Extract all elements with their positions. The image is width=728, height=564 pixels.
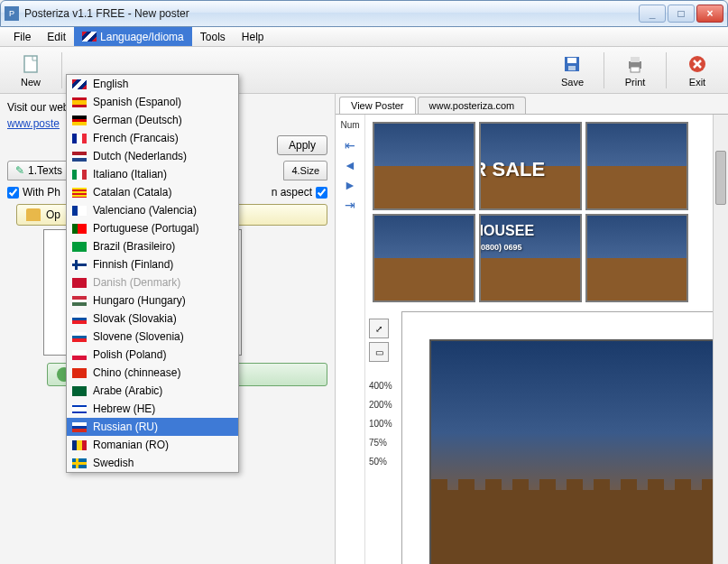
nav-next-button[interactable]: ► [341,177,359,193]
language-item-nl[interactable]: Dutch (Nederlands) [67,147,238,165]
language-item-dk: Danish (Denmark) [67,273,238,291]
with-photo-label: With Ph [23,186,60,199]
language-label: Dutch (Nederlands) [93,150,187,162]
exit-icon [687,53,708,75]
poster-tile[interactable]: HHOUSEE Tlfno. (0800) 0695 [479,214,582,302]
si-flag-icon [72,332,87,342]
es-flag-icon [72,97,87,107]
language-item-ar[interactable]: Arabe (Arabic) [67,382,238,400]
nl-flag-icon [72,152,87,162]
preview-area: FOR SALE HHOUSEE Tlfno. (0800) 0695 ⤢ ▭ … [364,115,728,564]
br-flag-icon [72,242,87,252]
menu-language[interactable]: Language/Idioma [74,27,192,46]
ca-flag-icon [72,188,87,198]
poster-tile[interactable] [585,122,688,210]
language-item-ro[interactable]: Romanian (RO) [67,436,238,454]
menu-edit[interactable]: Edit [39,27,74,46]
exit-label: Exit [689,77,705,88]
poster-tile[interactable] [373,214,475,302]
window-close-button[interactable]: × [696,5,723,23]
language-item-it[interactable]: Italiano (Italian) [67,165,238,183]
vertical-scrollbar[interactable] [713,115,728,564]
with-photo-checkbox[interactable] [7,187,19,199]
language-item-si[interactable]: Slovene (Slovenia) [67,328,238,346]
aspect-checkbox[interactable] [316,187,327,199]
tab-posteriza-site[interactable]: www.posteriza.com [418,97,527,114]
uk-flag-icon [72,79,87,89]
new-icon [20,53,41,75]
menu-tools[interactable]: Tools [192,27,234,46]
ro-flag-icon [72,440,87,450]
language-label: Chino (chinnease) [93,366,180,379]
apply-button[interactable]: Apply [277,135,327,155]
language-item-pl[interactable]: Polish (Poland) [67,346,238,364]
language-item-ca[interactable]: Catalan (Catala) [67,183,238,201]
it-flag-icon [72,170,87,180]
nav-prev-button[interactable]: ◄ [341,157,359,173]
zoom-page-button[interactable]: ▭ [369,342,389,362]
zoom-50[interactable]: 50% [369,454,387,469]
zoom-400[interactable]: 400% [369,378,392,393]
language-label: Russian (RU) [93,421,158,433]
exit-button[interactable]: Exit [674,51,721,89]
poster-grid: FOR SALE HHOUSEE Tlfno. (0800) 0695 [373,122,688,302]
menu-help[interactable]: Help [234,27,272,46]
language-item-hu[interactable]: Hungaro (Hungary) [67,291,238,310]
window-maximize-button[interactable]: □ [668,5,695,23]
language-item-he[interactable]: Hebrew (HE) [67,400,238,418]
language-item-fr[interactable]: French (Francais) [67,129,238,147]
menu-file[interactable]: File [5,27,39,46]
print-button[interactable]: Print [612,51,659,89]
print-label: Print [625,77,646,88]
window-minimize-button[interactable]: _ [639,5,666,23]
zoom-100[interactable]: 100% [369,416,392,431]
language-label: English [93,78,128,90]
language-label: Slovak (Slovakia) [93,312,177,325]
tab-texts[interactable]: ✎ 1.Texts [7,161,70,180]
language-label: Slovene (Slovenia) [93,330,184,343]
poster-tile[interactable] [585,214,688,302]
language-item-cn[interactable]: Chino (chinnease) [67,364,238,382]
visit-link[interactable]: www.poste [7,117,60,130]
language-item-es[interactable]: Spanish (Espanol) [67,93,238,111]
language-item-de[interactable]: German (Deutsch) [67,111,238,129]
tab-size[interactable]: 4.Size [283,161,327,180]
language-item-uk[interactable]: English [67,75,238,93]
poster-tile[interactable] [373,122,475,210]
language-item-sk[interactable]: Slovak (Slovakia) [67,310,238,328]
poster-tile[interactable]: FOR SALE [479,122,582,210]
save-button[interactable]: Save [548,51,596,89]
svg-rect-2 [567,58,576,63]
zoom-fit-button[interactable]: ⤢ [369,319,389,338]
nav-last-button[interactable]: ⇥ [341,197,359,213]
new-button[interactable]: New [7,51,54,89]
language-label: Romanian (RO) [93,439,169,451]
tab-view-poster[interactable]: View Poster [339,97,416,114]
nav-sidebar: Num ⇤ ◄ ► ⇥ [336,115,364,564]
pl-flag-icon [72,350,87,360]
nav-first-button[interactable]: ⇤ [341,137,359,153]
language-item-ru[interactable]: Russian (RU) [67,418,238,436]
language-label: Arabe (Arabic) [93,384,162,397]
language-item-fi[interactable]: Finnish (Finland) [67,255,238,273]
language-label: French (Francais) [93,132,179,144]
language-item-se[interactable]: Swedish [67,454,238,472]
zoom-controls: ⤢ ▭ 400% 200% 100% 75% 50% [369,319,401,469]
aspect-label: n aspect [272,186,312,199]
language-item-pt[interactable]: Portuguese (Portugal) [67,219,238,237]
language-label: Hebrew (HE) [93,402,155,415]
language-item-va[interactable]: Valenciano (Valencia) [67,201,238,219]
language-label: Catalan (Catala) [93,186,171,199]
zoom-200[interactable]: 200% [369,397,392,412]
toolbar-separator [666,52,667,88]
save-icon [561,53,583,75]
page-preview[interactable] [401,311,726,564]
cn-flag-icon [72,368,87,378]
he-flag-icon [72,404,87,414]
zoom-75[interactable]: 75% [369,435,387,450]
de-flag-icon [72,116,87,125]
language-label: Hungaro (Hungary) [93,294,186,307]
print-icon [624,53,646,75]
language-label: Portuguese (Portugal) [93,222,198,235]
language-item-br[interactable]: Brazil (Brasileiro) [67,237,238,255]
